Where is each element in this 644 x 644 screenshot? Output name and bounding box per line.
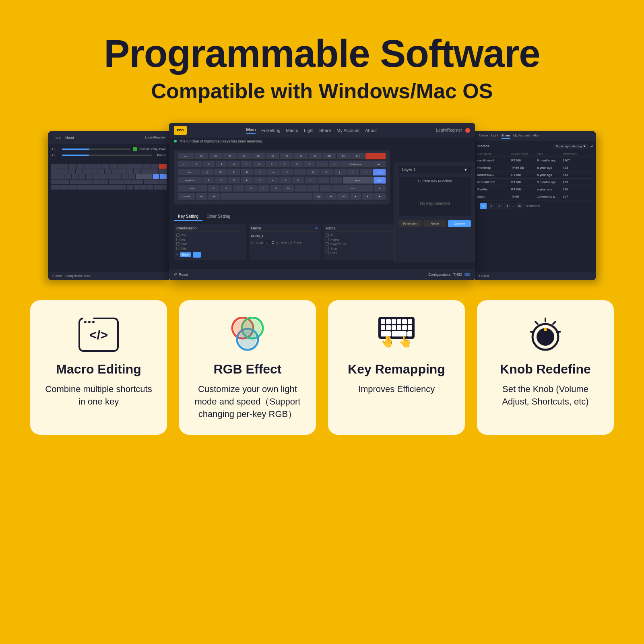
key-9[interactable]: 9 [291,161,303,168]
key-f7[interactable]: F7 [280,153,293,160]
key-semicolon[interactable]: ; [318,177,330,184]
key-c[interactable]: C [233,185,244,192]
key-f4[interactable]: F4 [237,153,251,160]
key-minus[interactable]: - [316,161,328,168]
player-checkbox-box[interactable] [326,238,329,241]
key-j[interactable]: J [279,177,291,184]
stop-checkbox-box[interactable] [326,247,329,250]
alt-checkbox[interactable]: Alt [176,238,244,242]
filter-btn[interactable]: Static light sharing ▼ [553,144,588,149]
page-2[interactable]: 2 [488,203,495,209]
prev-checkbox[interactable]: Prev [326,251,393,255]
key-quote[interactable]: ' [330,177,342,184]
ctrl-checkbox[interactable]: Ctrl [176,233,244,237]
key-f8[interactable]: F8 [294,153,308,160]
key-down[interactable]: ▼ [362,193,373,200]
key-f10[interactable]: F10 [323,153,336,160]
key-f9[interactable]: F9 [309,153,322,160]
key-backslash[interactable]: \ [360,169,372,176]
shift-checkbox-box[interactable] [176,242,180,246]
fn-checkbox-box[interactable] [326,233,329,237]
tab-key-setting[interactable]: Key Setting [174,213,202,221]
key-7[interactable]: 7 [266,161,278,168]
key-ctrl-left[interactable]: control [178,193,195,200]
key-6[interactable]: 6 [253,161,265,168]
key-alt-left[interactable]: alt [208,193,219,200]
key-l[interactable]: L [305,177,317,184]
macro-edit-icon[interactable]: ✏ [315,226,318,230]
key-pgdn[interactable]: pgdn [374,177,386,184]
all-label[interactable]: all [590,144,593,148]
loop-number[interactable]: 1 [264,240,269,245]
key-f5[interactable]: F5 [252,153,265,160]
nav-main[interactable]: Main [246,127,256,134]
key-algr[interactable]: algr [313,193,324,200]
key-del2[interactable]: del [372,161,386,168]
nav-about[interactable]: About [365,128,377,133]
nav-myaccount[interactable]: My Account [336,128,359,133]
key-u[interactable]: U [281,169,293,176]
app-nav[interactable]: Main FnSetting Macro Light Share My Acco… [246,127,377,134]
nav-share[interactable]: Share [319,128,331,133]
key-left[interactable]: ◄ [350,193,361,200]
shift-checkbox[interactable]: Shift [176,242,244,246]
key-h[interactable]: H [266,177,279,184]
nav-fnsetting[interactable]: FnSetting [261,128,280,133]
key-equals[interactable]: = [329,161,341,168]
nav-light[interactable]: Light [304,128,314,133]
layer-select[interactable]: Layer-1 ▼ [399,166,471,173]
key-ctrl-right[interactable]: ctrl [337,193,349,200]
key-e[interactable]: E [227,169,240,176]
rnav-myaccount[interactable]: My Account [513,134,530,139]
forbidden-btn[interactable]: Forbidden [399,220,422,227]
login-register[interactable]: Login/Register [436,128,462,132]
key-rbracket[interactable]: ] [347,169,359,176]
key-1[interactable]: 1 [190,161,202,168]
key-0[interactable]: 0 [303,161,315,168]
page-3[interactable]: 3 [496,203,503,209]
key-k[interactable]: K [292,177,304,184]
key-esc[interactable]: esc [178,153,194,160]
key-shift-right[interactable]: shift [332,185,373,192]
key-period[interactable]: . [308,185,319,192]
key-b[interactable]: B [258,185,269,192]
key-f6[interactable]: F6 [266,153,279,160]
playpause-checkbox-box[interactable] [326,242,329,246]
key-n[interactable]: N [270,185,282,192]
key-right[interactable]: ► [374,193,386,200]
key-f2[interactable]: F2 [209,153,222,160]
rnav-share[interactable]: Share [502,134,510,139]
player-checkbox[interactable]: Player [326,238,393,242]
stop-checkbox[interactable]: Stop [326,247,393,250]
close-button[interactable] [465,128,470,133]
key-g[interactable]: G [254,177,266,184]
auto-checkbox[interactable] [276,241,279,244]
key-backspace[interactable]: backspace [341,161,371,168]
key-del[interactable] [365,153,386,160]
key-pgup[interactable]: pgup [373,169,386,176]
key-z[interactable]: Z [208,185,219,192]
key-8[interactable]: 8 [279,161,290,168]
win-checkbox[interactable]: Win [176,247,244,250]
key-shift-left[interactable]: shift [178,185,207,192]
key-a[interactable]: A [202,177,215,184]
key-t[interactable]: T [254,169,266,176]
press-checkbox[interactable] [289,241,292,244]
alt-checkbox-box[interactable] [176,238,180,241]
tab-other-setting[interactable]: Other Setting [202,213,234,221]
key-capslock[interactable]: capslock [178,177,202,184]
key-f11[interactable]: F11 [337,153,350,160]
key-5[interactable]: 5 [241,161,252,168]
key-lbracket[interactable]: [ [334,169,346,176]
key-up[interactable]: ▲ [374,185,386,192]
key-4[interactable]: 4 [228,161,240,168]
rnav-about[interactable]: Abo [533,134,539,139]
prev-checkbox-box[interactable] [326,251,329,254]
ctrl-checkbox-box[interactable] [176,233,180,237]
playpause-checkbox[interactable]: Play/Pause [326,242,393,246]
key-slash[interactable]: / [320,185,332,192]
rnav-light[interactable]: Light [491,134,498,139]
key-m[interactable]: M [283,185,294,192]
key-v[interactable]: V [245,185,257,192]
key-f3[interactable]: F3 [223,153,237,160]
